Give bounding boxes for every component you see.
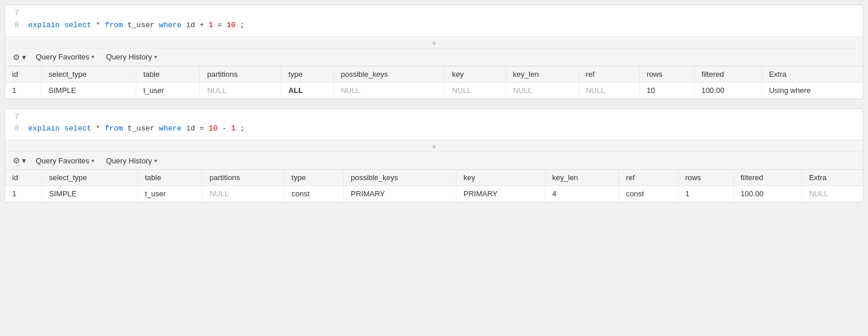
panel-2: 7 8 explain select * from t_user where i…: [5, 109, 863, 203]
cell-id: 1: [5, 186, 42, 202]
number-10: 10: [209, 124, 218, 133]
cell-rows: 10: [639, 82, 694, 98]
col-type: type: [281, 66, 333, 83]
panel-1: 7 8 explain select * from t_user where i…: [5, 5, 863, 99]
cell-ref: NULL: [578, 82, 639, 98]
query-history-label: Query History: [106, 156, 151, 165]
cell-possible-keys: NULL: [333, 82, 445, 98]
gear-button-1[interactable]: ⚙ ▾: [10, 51, 29, 64]
line-number: 7: [12, 111, 19, 124]
cell-filtered: 100.00: [733, 186, 802, 202]
table-header-row: id select_type table partitions type pos…: [5, 170, 863, 186]
col-key-len: key_len: [545, 170, 619, 186]
cell-extra: NULL: [802, 186, 863, 202]
keyword-where: where: [159, 21, 181, 29]
cell-rows: 1: [678, 186, 733, 202]
cell-key: PRIMARY: [457, 186, 546, 202]
code-editor-1[interactable]: 7 8 explain select * from t_user where i…: [5, 5, 863, 37]
gear-chevron: ▾: [22, 156, 26, 165]
query-favorites-button-2[interactable]: Query Favorites ▾: [31, 155, 99, 167]
cell-key: NULL: [445, 82, 506, 98]
gear-icon: ⚙: [13, 53, 20, 62]
cell-partitions: NULL: [200, 82, 281, 98]
col-type: type: [284, 170, 344, 186]
col-rows: rows: [639, 66, 694, 83]
scroll-dot: [432, 145, 436, 148]
col-select-type: select_type: [42, 170, 138, 186]
keyword-from: from: [105, 124, 123, 133]
result-table-1: id select_type table partitions type pos…: [5, 66, 863, 99]
history-chevron: ▾: [154, 54, 157, 60]
line-number: 8: [12, 123, 19, 135]
keyword-explain: explain: [28, 124, 60, 133]
table-row: 1 SIMPLE t_user NULL ALL NULL NULL NULL …: [5, 82, 863, 98]
scroll-dot: [432, 42, 436, 45]
query-favorites-label: Query Favorites: [36, 156, 89, 165]
gear-chevron: ▾: [22, 53, 26, 62]
code-editor-2[interactable]: 7 8 explain select * from t_user where i…: [5, 109, 863, 141]
col-filtered: filtered: [694, 66, 762, 83]
number-1: 1: [231, 124, 236, 133]
favorites-chevron: ▾: [91, 54, 94, 60]
keyword-select: select: [64, 124, 91, 133]
scroll-indicator-2: [5, 140, 863, 152]
col-id: id: [5, 66, 42, 83]
col-rows: rows: [678, 170, 733, 186]
number-10: 10: [227, 21, 236, 29]
col-possible-keys: possible_keys: [344, 170, 457, 186]
keyword-explain: explain: [28, 21, 60, 29]
scroll-indicator-1: [5, 37, 863, 48]
history-chevron: ▾: [154, 158, 157, 164]
col-key-len: key_len: [506, 66, 578, 83]
col-table: table: [138, 170, 202, 186]
cell-extra: Using where: [762, 82, 863, 98]
line-number: 7: [12, 8, 19, 20]
col-key: key: [445, 66, 506, 83]
gear-button-2[interactable]: ⚙ ▾: [10, 154, 29, 167]
table-row: 1 SIMPLE t_user NULL const PRIMARY PRIMA…: [5, 186, 863, 202]
cell-partitions: NULL: [202, 186, 284, 202]
col-select-type: select_type: [42, 66, 136, 83]
col-table: table: [136, 66, 200, 83]
cell-id: 1: [5, 82, 42, 98]
gear-icon: ⚙: [13, 156, 20, 165]
cell-select-type: SIMPLE: [42, 186, 138, 202]
cell-key-len: 4: [545, 186, 619, 202]
cell-possible-keys: PRIMARY: [344, 186, 457, 202]
query-history-button-2[interactable]: Query History ▾: [101, 155, 161, 167]
toolbar-2: ⚙ ▾ Query Favorites ▾ Query History ▾: [5, 152, 863, 170]
col-key: key: [457, 170, 546, 186]
col-filtered: filtered: [733, 170, 802, 186]
col-partitions: partitions: [200, 66, 281, 83]
cell-table: t_user: [138, 186, 202, 202]
query-favorites-label: Query Favorites: [36, 53, 89, 61]
table-header-row: id select_type table partitions type pos…: [5, 66, 863, 83]
cell-select-type: SIMPLE: [42, 82, 136, 98]
toolbar-1: ⚙ ▾ Query Favorites ▾ Query History ▾: [5, 48, 863, 66]
col-extra: Extra: [802, 170, 863, 186]
col-partitions: partitions: [202, 170, 284, 186]
cell-filtered: 100.00: [694, 82, 762, 98]
query-history-label: Query History: [106, 53, 151, 61]
col-id: id: [5, 170, 42, 186]
query-favorites-button-1[interactable]: Query Favorites ▾: [31, 51, 99, 63]
cell-key-len: NULL: [506, 82, 578, 98]
line-number: 8: [12, 20, 19, 32]
keyword-select: select: [64, 21, 91, 29]
cell-type: const: [284, 186, 344, 202]
col-ref: ref: [619, 170, 678, 186]
result-table-2: id select_type table partitions type pos…: [5, 170, 863, 202]
col-extra: Extra: [762, 66, 863, 83]
keyword-from: from: [105, 21, 123, 29]
cell-type: ALL: [281, 82, 333, 98]
favorites-chevron: ▾: [91, 158, 94, 164]
query-history-button-1[interactable]: Query History ▾: [101, 51, 161, 63]
cell-ref: const: [619, 186, 678, 202]
cell-table: t_user: [136, 82, 200, 98]
keyword-where: where: [159, 124, 181, 133]
number-1: 1: [209, 21, 213, 29]
col-ref: ref: [578, 66, 639, 83]
col-possible-keys: possible_keys: [333, 66, 445, 83]
